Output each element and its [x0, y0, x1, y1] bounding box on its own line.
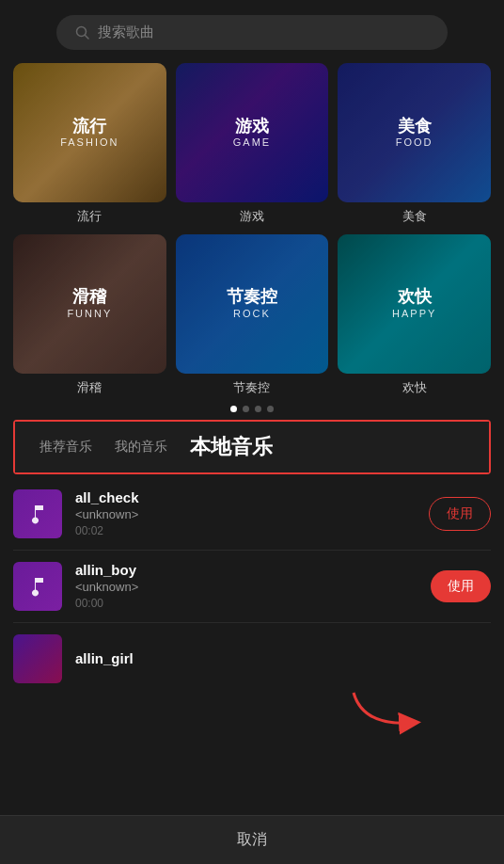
bottom-cancel[interactable]: 取消: [0, 815, 504, 864]
music-list: all_check <unknown> 00:02 使用 allin_boy <…: [0, 478, 504, 695]
genre-card-fashion[interactable]: 流行 FASHION: [13, 63, 166, 202]
music-info-all-check: all_check <unknown> 00:02: [75, 489, 416, 537]
genre-card-rock[interactable]: 节奏控 ROCK: [176, 234, 329, 374]
music-item-allin-girl: allin_girl 使用: [13, 623, 491, 695]
genre-label-fashion: 流行: [77, 208, 102, 225]
genre-label-food: 美食: [402, 208, 427, 225]
music-note-icon: [26, 503, 49, 525]
genre-item-game[interactable]: 游戏 GAME 游戏: [176, 63, 329, 225]
genre-label-happy: 欢快: [402, 379, 427, 396]
music-title-all-check: all_check: [75, 489, 416, 505]
genre-text-food: 美食 FOOD: [396, 117, 433, 150]
genre-card-funny[interactable]: 滑稽 FUNNY: [13, 234, 166, 374]
genre-grid: 流行 FASHION 流行 游戏 GAME 游戏 美食 FOOD 美食: [0, 63, 504, 396]
tab-mine[interactable]: 我的音乐: [103, 435, 179, 459]
genre-item-rock[interactable]: 节奏控 ROCK 节奏控: [176, 234, 329, 396]
genre-item-funny[interactable]: 滑稽 FUNNY 滑稽: [13, 234, 166, 396]
genre-text-happy: 欢快 HAPPY: [392, 287, 436, 320]
use-button-all-check[interactable]: 使用: [429, 497, 491, 531]
search-icon: [75, 25, 90, 40]
search-bar: 搜索歌曲: [0, 0, 504, 63]
music-note-icon-2: [26, 575, 49, 598]
music-title-allin-boy: allin_boy: [75, 562, 417, 578]
music-item-all-check: all_check <unknown> 00:02 使用: [13, 478, 491, 551]
genre-text-funny: 滑稽 FUNNY: [67, 287, 112, 320]
genre-text-fashion: 流行 FASHION: [60, 117, 118, 150]
use-button-allin-boy[interactable]: 使用: [431, 570, 491, 602]
dot-4[interactable]: [267, 406, 274, 412]
genre-item-happy[interactable]: 欢快 HAPPY 欢快: [338, 234, 491, 396]
dot-2[interactable]: [243, 406, 249, 412]
dot-1[interactable]: [230, 406, 237, 412]
tab-recommend[interactable]: 推荐音乐: [28, 435, 103, 459]
music-title-allin-girl: allin_girl: [75, 650, 417, 666]
genre-label-rock: 节奏控: [233, 379, 270, 396]
music-thumb-all-check: [13, 489, 62, 538]
svg-line-1: [86, 35, 89, 39]
genre-item-food[interactable]: 美食 FOOD 美食: [338, 63, 491, 225]
tab-local[interactable]: 本地音乐: [179, 429, 284, 465]
music-artist-allin-boy: <unknown>: [75, 580, 417, 594]
genre-card-food[interactable]: 美食 FOOD: [338, 63, 491, 202]
music-item-allin-boy: allin_boy <unknown> 00:00 使用: [13, 551, 491, 623]
music-duration-all-check: 00:02: [75, 524, 416, 537]
genre-card-happy[interactable]: 欢快 HAPPY: [338, 234, 491, 374]
genre-label-game: 游戏: [240, 208, 264, 225]
music-info-allin-boy: allin_boy <unknown> 00:00: [75, 562, 417, 610]
search-placeholder: 搜索歌曲: [98, 24, 154, 41]
genre-text-game: 游戏 GAME: [233, 117, 271, 150]
pagination-dots: [0, 396, 504, 420]
genre-text-rock: 节奏控 ROCK: [227, 287, 277, 320]
cancel-label[interactable]: 取消: [237, 830, 267, 850]
music-thumb-allin-girl: [13, 634, 62, 683]
genre-card-game[interactable]: 游戏 GAME: [176, 63, 329, 202]
tab-row-wrap: 推荐音乐 我的音乐 本地音乐: [13, 420, 491, 474]
tab-row: 推荐音乐 我的音乐 本地音乐: [15, 422, 489, 472]
genre-item-fashion[interactable]: 流行 FASHION 流行: [13, 63, 166, 225]
music-duration-allin-boy: 00:00: [75, 597, 417, 610]
music-info-allin-girl: allin_girl: [75, 650, 417, 666]
music-thumb-allin-boy: [13, 562, 62, 611]
search-input-wrap[interactable]: 搜索歌曲: [56, 15, 448, 50]
dot-3[interactable]: [255, 406, 261, 412]
genre-label-funny: 滑稽: [77, 379, 102, 396]
music-artist-all-check: <unknown>: [75, 507, 416, 521]
